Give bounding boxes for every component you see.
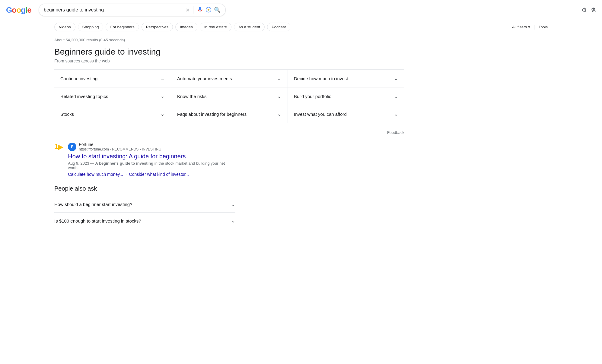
search-bar-container: beginners guide to investing ✕ 🔍 [39, 4, 226, 16]
accordion-col-1: Continue investing ⌄ Related investing t… [54, 70, 171, 123]
accordion-item-invest-what-afford[interactable]: Invest what you can afford ⌄ [288, 105, 404, 123]
paa-question: How should a beginner start investing? [54, 202, 132, 207]
clear-icon[interactable]: ✕ [186, 7, 190, 13]
rank-arrow-icon: ▶ [58, 143, 63, 151]
result-favicon: F [68, 143, 76, 151]
chevron-down-icon: ⌄ [277, 93, 282, 100]
accordion-item-decide-how-much[interactable]: Decide how much to invest ⌄ [288, 70, 404, 87]
filters-right: All filters ▾ | Tools [512, 25, 548, 30]
result-content: F Fortune https://fortune.com › RECOMMEN… [68, 142, 235, 177]
paa-title: People also ask [54, 185, 97, 192]
accordion-item-build-portfolio[interactable]: Build your portfolio ⌄ [288, 87, 404, 105]
chevron-down-icon: ⌄ [394, 93, 398, 100]
filter-chip-videos[interactable]: Videos [54, 23, 75, 31]
chevron-down-icon: ⌄ [160, 111, 165, 117]
logo-g: G [6, 5, 12, 14]
accordion-label: Decide how much to invest [294, 76, 348, 81]
chevron-down-icon: ⌄ [394, 75, 398, 82]
filter-chip-shopping[interactable]: Shopping [78, 23, 104, 31]
knowledge-panel-title: Beginners guide to investing [54, 47, 422, 57]
accordion-item-automate[interactable]: Automate your investments ⌄ [171, 70, 288, 87]
paa-item-2[interactable]: Is $100 enough to start investing in sto… [54, 212, 235, 229]
knowledge-panel: Beginners guide to investing From source… [54, 47, 422, 123]
accordion-label: Stocks [60, 112, 74, 117]
accordion-label: Know the risks [177, 94, 207, 99]
google-logo[interactable]: Google [6, 5, 34, 14]
knowledge-panel-subtitle: From sources across the web [54, 59, 422, 63]
filter-chip-perspectives[interactable]: Perspectives [142, 23, 173, 31]
accordion-item-continue-investing[interactable]: Continue investing ⌄ [54, 70, 171, 87]
result-sitelinks: Calculate how much money... · Consider w… [68, 172, 235, 177]
search-submit-icon[interactable]: 🔍 [214, 7, 221, 13]
result-url: https://fortune.com › RECOMMENDS › INVES… [79, 147, 161, 151]
results-count: About 54,200,000 results (0.45 seconds) [54, 38, 422, 42]
accordion-item-faqs[interactable]: Faqs about investing for beginners ⌄ [171, 105, 288, 123]
logo-g2: g [21, 5, 25, 14]
rank-number: 1 [54, 143, 58, 150]
accordion-label: Continue investing [60, 76, 97, 81]
svg-point-1 [208, 9, 209, 10]
filter-chip-images[interactable]: Images [175, 23, 197, 31]
paa-header: People also ask ⋮ [54, 185, 235, 192]
search-input[interactable]: beginners guide to investing [44, 7, 183, 13]
accordion-col-2: Automate your investments ⌄ Know the ris… [171, 70, 288, 123]
result-site-name: Fortune [79, 142, 168, 147]
paa-question: Is $100 enough to start investing in sto… [54, 218, 141, 223]
chevron-down-icon: ⌄ [394, 111, 398, 117]
result-rank: 1▶ [54, 142, 63, 177]
logo-o1: o [12, 5, 16, 14]
accordion-grid: Continue investing ⌄ Related investing t… [54, 69, 404, 123]
chevron-down-icon: ⌄ [277, 75, 282, 82]
all-filters-label: All filters [512, 25, 527, 29]
main-content: About 54,200,000 results (0.45 seconds) … [0, 34, 422, 229]
header: Google beginners guide to investing ✕ [0, 0, 602, 20]
chevron-down-icon: ⌄ [160, 75, 165, 82]
paa-more-icon[interactable]: ⋮ [99, 185, 105, 192]
accordion-label: Faqs about investing for beginners [177, 112, 247, 117]
logo-o2: o [16, 5, 21, 14]
more-options-icon[interactable]: ⋮ [164, 147, 168, 152]
all-filters-button[interactable]: All filters ▾ [512, 25, 530, 29]
accordion-item-know-risks[interactable]: Know the risks ⌄ [171, 87, 288, 105]
filters-bar: Videos Shopping For beginners Perspectiv… [0, 20, 602, 34]
search-bar: beginners guide to investing ✕ 🔍 [39, 4, 226, 16]
chevron-down-icon: ⌄ [231, 217, 235, 224]
result-source: F Fortune https://fortune.com › RECOMMEN… [68, 142, 235, 152]
mic-icon[interactable] [197, 7, 203, 14]
accordion-label: Automate your investments [177, 76, 232, 81]
tools-button[interactable]: Tools [539, 25, 548, 29]
accordion-label: Build your portfolio [294, 94, 331, 99]
divider [193, 6, 193, 14]
settings-icon[interactable]: ⚙ [581, 6, 587, 14]
filter-chip-as-a-student[interactable]: As a student [234, 23, 265, 31]
accordion-item-stocks[interactable]: Stocks ⌄ [54, 105, 171, 123]
filter-chip-in-real-estate[interactable]: In real estate [200, 23, 231, 31]
search-result-1: 1▶ F Fortune https://fortune.com › RECOM… [54, 142, 235, 177]
lens-icon[interactable] [205, 7, 212, 14]
paa-item-1[interactable]: How should a beginner start investing? ⌄ [54, 196, 235, 212]
accordion-col-3: Decide how much to invest ⌄ Build your p… [288, 70, 404, 123]
chevron-down-icon: ⌄ [277, 111, 282, 117]
labs-icon[interactable]: ⚗ [591, 6, 596, 14]
logo-e: e [27, 5, 31, 14]
chevron-down-icon: ▾ [528, 25, 530, 29]
accordion-label: Related investing topics [60, 94, 108, 99]
result-site-info: Fortune https://fortune.com › RECOMMENDS… [79, 142, 168, 152]
filter-chip-for-beginners[interactable]: For beginners [106, 23, 139, 31]
feedback-button[interactable]: Feedback [387, 130, 404, 135]
filter-chip-podcast[interactable]: Podcast [267, 23, 290, 31]
result-date: Aug 9, 2023 — A beginner's guide to inve… [68, 161, 235, 170]
people-also-ask-section: People also ask ⋮ How should a beginner … [54, 185, 235, 229]
feedback-row: Feedback [54, 128, 404, 137]
result-sitelink-1[interactable]: Calculate how much money... [68, 172, 123, 177]
result-title-link[interactable]: How to start investing: A guide for begi… [68, 153, 186, 160]
result-sitelink-2[interactable]: Consider what kind of investor... [129, 172, 189, 177]
chevron-down-icon: ⌄ [160, 93, 165, 100]
chevron-down-icon: ⌄ [231, 201, 235, 207]
header-right: ⚙ ⚗ [581, 6, 596, 14]
accordion-item-related-investing[interactable]: Related investing topics ⌄ [54, 87, 171, 105]
link-separator: · [126, 172, 128, 177]
accordion-label: Invest what you can afford [294, 112, 347, 117]
